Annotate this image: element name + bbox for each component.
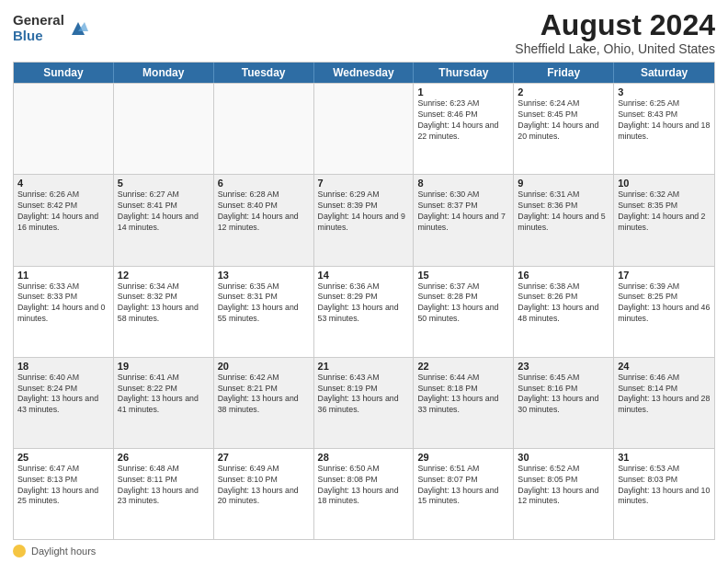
day-number: 6 [218,178,310,189]
day-info: Sunrise: 6:51 AM Sunset: 8:07 PM Dayligh… [417,464,509,508]
day-info: Sunrise: 6:49 AM Sunset: 8:10 PM Dayligh… [218,464,310,508]
calendar-cell: 27Sunrise: 6:49 AM Sunset: 8:10 PM Dayli… [214,449,314,539]
calendar-cell: 6Sunrise: 6:28 AM Sunset: 8:40 PM Daylig… [214,175,314,265]
header-cell-saturday: Saturday [614,63,714,83]
calendar-cell: 30Sunrise: 6:52 AM Sunset: 8:05 PM Dayli… [514,449,614,539]
footer-label: Daylight hours [31,546,96,557]
day-number: 20 [218,361,310,372]
calendar-row-4: 18Sunrise: 6:40 AM Sunset: 8:24 PM Dayli… [14,357,714,448]
day-info: Sunrise: 6:43 AM Sunset: 8:19 PM Dayligh… [318,373,410,417]
day-info: Sunrise: 6:33 AM Sunset: 8:33 PM Dayligh… [17,282,109,326]
day-info: Sunrise: 6:36 AM Sunset: 8:29 PM Dayligh… [318,282,410,326]
day-info: Sunrise: 6:23 AM Sunset: 8:46 PM Dayligh… [417,98,509,143]
calendar-cell: 9Sunrise: 6:31 AM Sunset: 8:36 PM Daylig… [514,175,614,265]
header-cell-tuesday: Tuesday [214,63,314,83]
calendar-cell: 5Sunrise: 6:27 AM Sunset: 8:41 PM Daylig… [114,175,214,265]
day-number: 3 [618,86,711,98]
calendar-cell: 19Sunrise: 6:41 AM Sunset: 8:22 PM Dayli… [114,358,214,448]
day-number: 22 [417,361,509,372]
day-info: Sunrise: 6:40 AM Sunset: 8:24 PM Dayligh… [17,373,109,417]
day-number: 19 [118,361,210,372]
calendar-cell: 21Sunrise: 6:43 AM Sunset: 8:19 PM Dayli… [314,358,415,448]
calendar-cell: 13Sunrise: 6:35 AM Sunset: 8:31 PM Dayli… [214,267,314,357]
day-number: 26 [118,452,210,463]
day-info: Sunrise: 6:48 AM Sunset: 8:11 PM Dayligh… [118,464,210,508]
day-info: Sunrise: 6:32 AM Sunset: 8:35 PM Dayligh… [618,190,711,234]
day-number: 16 [518,270,609,281]
calendar-row-5: 25Sunrise: 6:47 AM Sunset: 8:13 PM Dayli… [14,448,714,539]
logo-blue: Blue [13,29,64,44]
calendar-cell [14,84,114,174]
day-number: 10 [618,178,711,189]
day-info: Sunrise: 6:28 AM Sunset: 8:40 PM Dayligh… [218,190,310,234]
calendar-cell: 17Sunrise: 6:39 AM Sunset: 8:25 PM Dayli… [614,267,714,357]
day-number: 13 [218,270,310,281]
calendar: SundayMondayTuesdayWednesdayThursdayFrid… [13,62,715,540]
calendar-cell: 7Sunrise: 6:29 AM Sunset: 8:39 PM Daylig… [314,175,415,265]
header-cell-monday: Monday [114,63,214,83]
calendar-cell: 16Sunrise: 6:38 AM Sunset: 8:26 PM Dayli… [514,267,614,357]
header-cell-wednesday: Wednesday [314,63,415,83]
calendar-cell [314,84,415,174]
calendar-cell: 15Sunrise: 6:37 AM Sunset: 8:28 PM Dayli… [414,267,514,357]
day-info: Sunrise: 6:24 AM Sunset: 8:45 PM Dayligh… [518,98,609,143]
day-number: 7 [318,178,410,189]
calendar-cell: 23Sunrise: 6:45 AM Sunset: 8:16 PM Dayli… [514,358,614,448]
day-number: 11 [17,270,109,281]
calendar-cell: 20Sunrise: 6:42 AM Sunset: 8:21 PM Dayli… [214,358,314,448]
month-title: August 2024 [515,9,715,41]
day-number: 23 [518,361,609,372]
day-info: Sunrise: 6:41 AM Sunset: 8:22 PM Dayligh… [118,373,210,417]
header: General Blue August 2024 Sheffield Lake,… [13,9,715,56]
day-number: 8 [417,178,509,189]
calendar-cell: 26Sunrise: 6:48 AM Sunset: 8:11 PM Dayli… [114,449,214,539]
calendar-cell: 25Sunrise: 6:47 AM Sunset: 8:13 PM Dayli… [14,449,114,539]
day-info: Sunrise: 6:29 AM Sunset: 8:39 PM Dayligh… [318,190,410,234]
calendar-header: SundayMondayTuesdayWednesdayThursdayFrid… [14,63,714,83]
day-number: 25 [17,452,109,463]
day-number: 21 [318,361,410,372]
day-number: 5 [118,178,210,189]
logo-text: General Blue [13,13,64,43]
day-info: Sunrise: 6:42 AM Sunset: 8:21 PM Dayligh… [218,373,310,417]
day-number: 1 [417,86,509,98]
calendar-cell [214,84,314,174]
calendar-body: 1Sunrise: 6:23 AM Sunset: 8:46 PM Daylig… [14,83,714,539]
calendar-cell: 14Sunrise: 6:36 AM Sunset: 8:29 PM Dayli… [314,267,415,357]
day-info: Sunrise: 6:47 AM Sunset: 8:13 PM Dayligh… [17,464,109,508]
header-cell-thursday: Thursday [414,63,514,83]
day-info: Sunrise: 6:34 AM Sunset: 8:32 PM Dayligh… [118,282,210,326]
day-number: 14 [318,270,410,281]
day-number: 4 [17,178,109,189]
day-number: 31 [618,452,711,463]
calendar-row-3: 11Sunrise: 6:33 AM Sunset: 8:33 PM Dayli… [14,266,714,357]
page: General Blue August 2024 Sheffield Lake,… [0,0,728,563]
day-number: 17 [618,270,711,281]
calendar-cell: 31Sunrise: 6:53 AM Sunset: 8:03 PM Dayli… [614,449,714,539]
header-cell-sunday: Sunday [14,63,114,83]
day-number: 27 [218,452,310,463]
day-info: Sunrise: 6:53 AM Sunset: 8:03 PM Dayligh… [618,464,711,508]
calendar-cell: 18Sunrise: 6:40 AM Sunset: 8:24 PM Dayli… [14,358,114,448]
day-number: 30 [518,452,609,463]
day-info: Sunrise: 6:26 AM Sunset: 8:42 PM Dayligh… [17,190,109,234]
day-info: Sunrise: 6:46 AM Sunset: 8:14 PM Dayligh… [618,373,711,417]
title-block: August 2024 Sheffield Lake, Ohio, United… [515,9,715,56]
day-info: Sunrise: 6:39 AM Sunset: 8:25 PM Dayligh… [618,282,711,326]
day-number: 18 [17,361,109,372]
day-number: 2 [518,86,609,98]
calendar-cell: 24Sunrise: 6:46 AM Sunset: 8:14 PM Dayli… [614,358,714,448]
day-info: Sunrise: 6:25 AM Sunset: 8:43 PM Dayligh… [618,98,711,143]
day-info: Sunrise: 6:31 AM Sunset: 8:36 PM Dayligh… [518,190,609,234]
day-info: Sunrise: 6:35 AM Sunset: 8:31 PM Dayligh… [218,282,310,326]
day-number: 24 [618,361,711,372]
logo: General Blue [13,13,88,43]
calendar-cell: 12Sunrise: 6:34 AM Sunset: 8:32 PM Dayli… [114,267,214,357]
day-info: Sunrise: 6:45 AM Sunset: 8:16 PM Dayligh… [518,373,609,417]
day-number: 12 [118,270,210,281]
calendar-cell: 28Sunrise: 6:50 AM Sunset: 8:08 PM Dayli… [314,449,415,539]
day-number: 15 [417,270,509,281]
day-info: Sunrise: 6:44 AM Sunset: 8:18 PM Dayligh… [417,373,509,417]
day-info: Sunrise: 6:50 AM Sunset: 8:08 PM Dayligh… [318,464,410,508]
day-info: Sunrise: 6:37 AM Sunset: 8:28 PM Dayligh… [417,282,509,326]
